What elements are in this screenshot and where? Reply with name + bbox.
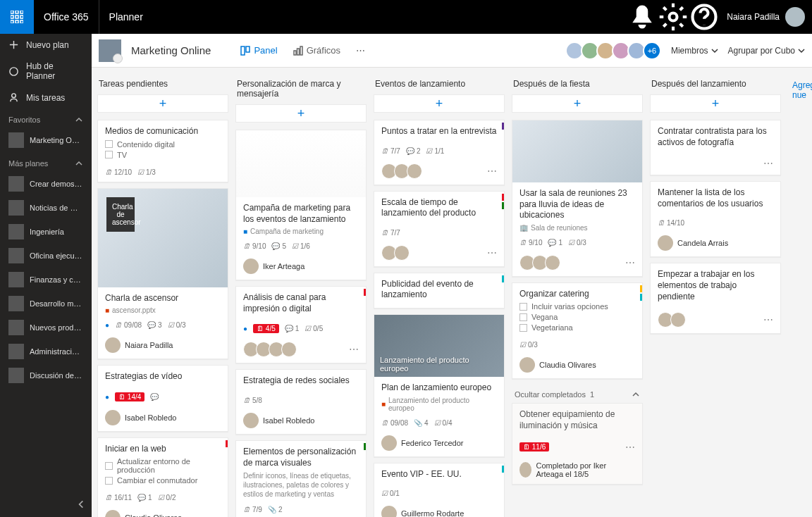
bucket-title[interactable]: Personalización de marca y mensajería <box>235 76 367 104</box>
add-task-button[interactable]: + <box>235 104 367 123</box>
user-menu[interactable]: Naiara Padilla <box>720 7 812 27</box>
add-task-button[interactable]: + <box>97 94 228 113</box>
bucket: Después del lanzamiento + Contratar cont… <box>650 76 781 340</box>
task-card[interactable]: Mantener la lista de los comentarios de … <box>650 181 781 257</box>
task-card[interactable]: Lanzamiento del producto europeo Plan de… <box>374 314 505 457</box>
sidebar-plan[interactable]: Ingeniería <box>0 220 92 244</box>
svg-rect-1 <box>16 11 18 13</box>
card-image <box>236 130 366 197</box>
assignee: Federico Tercedor <box>374 432 504 456</box>
task-card-completed[interactable]: Obtener equipamiento de iluminación y mú… <box>512 403 643 484</box>
task-card[interactable]: Puntos a tratar en la entrevista 7/7💬 21… <box>374 120 505 185</box>
svg-rect-3 <box>11 15 13 18</box>
checklist-item: Contenido digital <box>105 140 221 149</box>
app-name: Planner <box>99 11 153 23</box>
card-more-icon[interactable]: ⋯ <box>349 344 359 355</box>
task-card[interactable]: Organizar catering Incluir varias opcion… <box>512 282 643 380</box>
add-task-button[interactable]: + <box>374 94 505 113</box>
svg-rect-13 <box>241 46 245 55</box>
card-image: Lanzamiento del producto europeo <box>374 315 504 377</box>
my-tasks[interactable]: Mis tareas <box>0 87 92 108</box>
svg-rect-0 <box>11 11 13 13</box>
date-badge: 🗓 14/4 <box>115 392 144 401</box>
bucket-title[interactable]: Tareas pendientes <box>97 76 228 94</box>
sidebar-plan[interactable]: Nuevos productos <box>0 316 92 340</box>
svg-rect-6 <box>11 20 13 23</box>
svg-point-12 <box>12 94 16 98</box>
plan-title: Marketing Online <box>131 44 211 56</box>
hide-completed-toggle[interactable]: Ocultar completados 1 <box>512 385 643 403</box>
chevron-down-icon <box>711 47 718 54</box>
task-card[interactable]: Medios de comunicación Contenido digital… <box>97 120 228 182</box>
more-plans-header[interactable]: Más planes <box>0 152 92 172</box>
member-facepile[interactable]: +6 <box>568 42 661 60</box>
task-card[interactable]: Estrategia de redes sociales 5/8 Isabel … <box>235 369 367 435</box>
svg-point-9 <box>670 13 677 21</box>
sidebar-plan[interactable]: Noticias de Contoso <box>0 196 92 220</box>
tab-panel[interactable]: Panel <box>238 42 280 58</box>
add-bucket-button[interactable]: Agregar nue <box>788 76 812 104</box>
svg-rect-14 <box>246 46 250 52</box>
card-image <box>512 120 642 182</box>
new-plan-button[interactable]: Nuevo plan <box>0 34 92 56</box>
card-more-icon[interactable]: ⋯ <box>487 166 497 177</box>
more-icon[interactable]: ⋯ <box>353 42 368 58</box>
card-more-icon[interactable]: ⋯ <box>625 257 635 268</box>
task-card[interactable]: Empezar a trabajar en los elementos de t… <box>650 263 781 334</box>
sidebar-plan[interactable]: Administración de pro... <box>0 340 92 363</box>
help-icon[interactable] <box>689 0 720 34</box>
task-card[interactable]: Charla de ascensor Charla de ascensor ■a… <box>97 188 228 360</box>
task-card[interactable]: Iniciar en la web Actualizar entorno de … <box>97 437 228 517</box>
bucket-title[interactable]: Eventos de lanzamiento <box>374 76 505 94</box>
card-more-icon[interactable]: ⋯ <box>625 442 635 453</box>
calendar-icon <box>105 168 112 176</box>
bucket: Eventos de lanzamiento + Puntos a tratar… <box>374 76 505 517</box>
checklist-icon <box>168 321 174 329</box>
sidebar-plan[interactable]: Crear demostración <box>0 172 92 196</box>
assignee: Naiara Padilla <box>98 335 228 359</box>
task-card[interactable]: Campaña de marketing para los eventos de… <box>235 130 367 280</box>
task-card[interactable]: Análisis de canal para impresión o digit… <box>235 286 367 363</box>
sidebar-plan-favorite[interactable]: Marketing Online <box>0 128 92 152</box>
task-card[interactable]: Contratar contratista para los activos d… <box>650 120 781 175</box>
sidebar-plan[interactable]: Discusión de grupo <box>0 363 92 387</box>
bucket-title[interactable]: Después de la fiesta <box>512 76 643 94</box>
bucket-title[interactable]: Después del lanzamiento <box>650 76 781 94</box>
sidebar-plan[interactable]: Desarrollo móvil <box>0 292 92 316</box>
card-more-icon[interactable]: ⋯ <box>487 247 497 258</box>
more-members[interactable]: +6 <box>643 42 661 60</box>
svg-rect-2 <box>20 11 23 13</box>
task-card[interactable]: Publicidad del evento de lanzamiento <box>374 273 505 309</box>
favorites-header[interactable]: Favoritos <box>0 108 92 128</box>
svg-rect-5 <box>20 15 23 18</box>
sidebar-plan[interactable]: Finanzas y contabilidad <box>0 268 92 292</box>
sidebar: Nuevo plan Hub de Planner Mis tareas Fav… <box>0 34 92 517</box>
sidebar-plan[interactable]: Oficina ejecutiva <box>0 244 92 268</box>
task-card[interactable]: Estrategias de vídeo ●🗓 14/4💬 Isabel Rob… <box>97 365 228 432</box>
card-more-icon[interactable]: ⋯ <box>763 314 773 325</box>
notifications-icon[interactable] <box>627 0 658 34</box>
chevron-up-icon <box>75 159 83 168</box>
app-launcher-icon[interactable] <box>0 0 34 34</box>
task-card[interactable]: Evento VIP - EE. UU. 0/1 Guillermo Rodar… <box>374 463 505 517</box>
collapse-sidebar-icon[interactable] <box>76 499 86 511</box>
members-dropdown[interactable]: Miembros <box>671 46 718 56</box>
assignee: Claudia Olivares <box>512 354 642 378</box>
chevron-up-icon <box>75 116 83 124</box>
group-by-dropdown[interactable]: Agrupar por Cubo <box>728 46 805 56</box>
task-card[interactable]: Escala de tiempo de lanzamiento del prod… <box>374 191 505 267</box>
task-card[interactable]: Elementos de personalización de marca vi… <box>235 440 367 517</box>
add-task-button[interactable]: + <box>650 94 781 113</box>
avatar <box>785 7 805 27</box>
task-card[interactable]: Usar la sala de reuniones 23 para lluvia… <box>512 120 643 277</box>
completed-by: Completado por Iker Arteaga el 18/5 <box>512 459 642 484</box>
settings-icon[interactable] <box>658 0 689 34</box>
tab-charts[interactable]: Gráficos <box>290 42 343 58</box>
user-name: Naiara Padilla <box>727 12 780 22</box>
add-task-button[interactable]: + <box>512 94 643 113</box>
calendar-icon <box>115 321 122 329</box>
card-more-icon[interactable]: ⋯ <box>763 158 773 169</box>
assignee: Iker Arteaga <box>236 256 366 280</box>
planner-hub[interactable]: Hub de Planner <box>0 56 92 87</box>
date-badge: 🗓 4/5 <box>253 324 279 333</box>
